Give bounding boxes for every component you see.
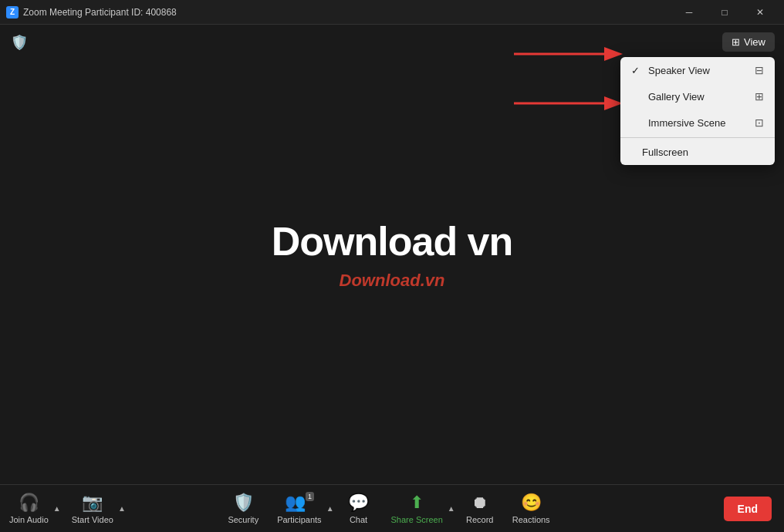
view-button-label: View [744,36,765,48]
security-button[interactable]: 🛡️ Security [218,490,268,527]
speaker-view-icon: ⊟ [755,64,764,76]
chat-button[interactable]: 💬 Chat [336,490,382,527]
end-button[interactable]: End [724,497,772,521]
toolbar: 🎧 Join Audio ▲ 📷 Start Video ▲ 🛡️ Securi… [0,484,784,532]
start-video-arrow[interactable]: ▲ [117,504,127,513]
chat-label: Chat [350,515,367,524]
center-text: Download vn Download.vn [272,218,513,291]
join-audio-button[interactable]: 🎧 Join Audio [0,490,58,527]
reactions-label: Reactions [512,515,550,524]
toolbar-right: End [559,497,784,521]
download-title: Download vn [272,218,513,264]
participants-badge: 1 [306,492,314,501]
toolbar-left: 🎧 Join Audio ▲ 📷 Start Video ▲ [0,490,218,527]
download-subtitle: Download.vn [272,271,513,291]
menu-divider [620,137,775,138]
immersive-scene-item[interactable]: Immersive Scene ⊡ [620,109,775,136]
close-button[interactable]: ✕ [742,0,778,25]
join-audio-label: Join Audio [9,515,49,524]
join-audio-icon: 🎧 [19,493,39,513]
speaker-view-label: Speaker View [648,65,710,76]
title-left: Z Zoom Meeting Participant ID: 400868 [6,6,177,19]
title-text: Zoom Meeting Participant ID: 400868 [23,7,177,18]
arrow-1 [506,39,630,69]
chat-icon: 💬 [348,493,369,513]
title-bar: Z Zoom Meeting Participant ID: 400868 ─ … [0,0,784,25]
app-icon: Z [6,6,19,19]
maximize-button[interactable]: □ [707,0,742,25]
minimize-button[interactable]: ─ [671,0,707,25]
participants-arrow[interactable]: ▲ [325,504,336,513]
start-video-icon: 📷 [82,493,103,513]
dropdown-menu: ✓ Speaker View ⊟ Gallery View ⊞ Immersiv… [620,57,775,165]
immersive-scene-icon: ⊡ [755,116,764,129]
participants-label: Participants [277,515,321,524]
toolbar-center: 🛡️ Security 👥1 Participants ▲ 💬 Chat ⬆ S… [218,490,559,527]
security-icon: 🛡️ [233,493,254,513]
immersive-scene-label: Immersive Scene [648,117,725,129]
participants-button[interactable]: 👥1 Participants [268,490,330,527]
record-label: Record [466,515,493,524]
share-screen-icon: ⬆ [410,493,424,513]
window-controls: ─ □ ✕ [671,0,778,25]
fullscreen-label: Fullscreen [642,146,688,158]
reactions-button[interactable]: 😊 Reactions [503,490,559,527]
security-label: Security [228,515,259,524]
view-button[interactable]: ⊞ View [722,32,775,52]
participants-icon: 👥1 [285,493,314,513]
join-audio-arrow[interactable]: ▲ [52,504,63,513]
speaker-view-item[interactable]: ✓ Speaker View ⊟ [620,57,775,83]
shield-icon: 🛡️ [11,34,28,51]
start-video-button[interactable]: 📷 Start Video [63,490,123,527]
start-video-label: Start Video [72,515,113,524]
share-screen-label: Share Screen [391,515,443,524]
share-screen-arrow[interactable]: ▲ [446,504,457,513]
share-screen-button[interactable]: ⬆ Share Screen [382,490,452,527]
gallery-view-icon: ⊞ [755,90,764,103]
fullscreen-item[interactable]: Fullscreen [620,140,775,165]
record-icon: ⏺ [471,493,488,513]
view-grid-icon: ⊞ [732,36,740,48]
arrow-2 [506,88,630,119]
reactions-icon: 😊 [521,493,542,513]
record-button[interactable]: ⏺ Record [457,490,503,527]
main-content: 🛡️ ⊞ View ✓ Speaker View ⊟ Gall [0,25,784,484]
gallery-view-label: Gallery View [648,91,705,103]
check-mark-icon: ✓ [631,65,642,76]
gallery-view-item[interactable]: Gallery View ⊞ [620,83,775,109]
